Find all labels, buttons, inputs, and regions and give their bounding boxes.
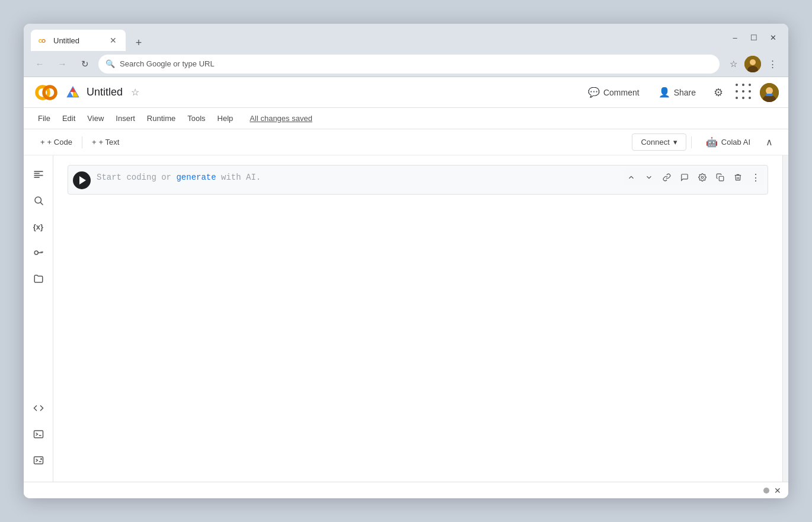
tab-title: Untitled: [53, 36, 79, 45]
apps-grid-icon: [734, 82, 755, 103]
share-button[interactable]: 👤 Share: [651, 83, 703, 101]
cell-comment-button[interactable]: [676, 169, 693, 186]
new-tab-button[interactable]: +: [130, 34, 147, 51]
sidebar-bottom: [27, 396, 50, 482]
nav-user-avatar[interactable]: [744, 56, 761, 72]
comment-label: Comment: [603, 88, 640, 97]
close-button[interactable]: ✕: [765, 29, 781, 46]
share-icon: 👤: [658, 87, 670, 98]
collapse-button[interactable]: ∧: [760, 133, 779, 152]
svg-point-31: [701, 176, 704, 179]
code-area[interactable]: ⋮ Start coding or generate with AI.: [53, 155, 782, 482]
menu-runtime[interactable]: Runtime: [142, 112, 180, 125]
placeholder-text-after: with AI.: [216, 173, 261, 182]
comment-button[interactable]: 💬 Comment: [581, 83, 647, 101]
connect-label: Connect: [641, 138, 669, 147]
cell-move-down-button[interactable]: [641, 169, 657, 186]
cell-more-button[interactable]: ⋮: [747, 169, 764, 186]
terminal-icon: [33, 429, 44, 440]
browser-window: C O Untitled ✕ + – ☐ ✕ ← → ↻ 🔍 Search Go…: [24, 24, 788, 498]
code-cell: ⋮ Start coding or generate with AI.: [68, 165, 768, 195]
add-text-button[interactable]: + + Text: [85, 134, 126, 150]
changes-saved-status[interactable]: All changes saved: [245, 112, 317, 125]
cell-delete-button[interactable]: [730, 169, 746, 186]
sidebar-item-files[interactable]: [27, 267, 50, 291]
cell-toolbar: ⋮: [623, 169, 764, 186]
menu-view[interactable]: View: [82, 112, 108, 125]
forward-button[interactable]: →: [53, 55, 71, 73]
user-avatar[interactable]: [760, 83, 779, 102]
sidebar-item-secrets[interactable]: [27, 241, 50, 265]
menu-insert[interactable]: Insert: [111, 112, 140, 125]
sidebar-item-search[interactable]: [27, 189, 50, 212]
svg-point-3: [750, 59, 756, 65]
run-cell-button[interactable]: [73, 171, 91, 189]
scrollbar[interactable]: [782, 155, 788, 482]
window-controls: – ☐ ✕: [727, 29, 781, 46]
bottom-close-button[interactable]: ✕: [774, 486, 781, 495]
svg-rect-28: [34, 457, 43, 464]
browser-tab[interactable]: C O Untitled ✕: [31, 30, 126, 51]
sidebar: {x}: [24, 155, 53, 482]
svg-point-30: [40, 458, 42, 460]
files-icon: [33, 273, 44, 284]
svg-line-21: [40, 202, 43, 205]
apps-button[interactable]: [734, 82, 755, 103]
menu-file[interactable]: File: [33, 112, 55, 125]
add-code-button[interactable]: + + Code: [33, 134, 79, 150]
address-bar[interactable]: 🔍 Search Google or type URL: [98, 55, 720, 74]
add-text-label: + Text: [98, 138, 119, 147]
back-button[interactable]: ←: [31, 55, 49, 73]
generate-link[interactable]: generate: [176, 173, 216, 182]
tab-area: C O Untitled ✕ +: [31, 24, 720, 51]
toolbar-divider-2: [691, 136, 692, 148]
colab-logo: [33, 79, 59, 106]
secrets-icon: [33, 247, 44, 258]
tab-close-button[interactable]: ✕: [108, 35, 119, 46]
menu-tools[interactable]: Tools: [183, 112, 210, 125]
address-text: Search Google or type URL: [120, 59, 215, 68]
placeholder-text-before: Start coding or: [97, 173, 176, 182]
reload-button[interactable]: ↻: [76, 55, 94, 73]
sidebar-item-variables[interactable]: {x}: [27, 215, 50, 238]
shell-icon: [33, 455, 44, 466]
search-icon: [33, 195, 44, 206]
code-cell-placeholder[interactable]: Start coding or generate with AI.: [97, 170, 261, 182]
toc-icon: [33, 168, 44, 180]
sidebar-item-terminal[interactable]: [27, 422, 50, 446]
notebook-title[interactable]: Untitled: [87, 86, 123, 98]
cell-copy-button[interactable]: [712, 169, 728, 186]
more-icon: ⋮: [751, 172, 760, 183]
add-code-label: + Code: [47, 138, 72, 147]
header-actions: 💬 Comment 👤 Share ⚙: [581, 82, 779, 103]
colab-ai-label: Colab AI: [721, 138, 750, 147]
svg-point-13: [766, 87, 773, 94]
drive-icon: [66, 86, 79, 99]
maximize-button[interactable]: ☐: [746, 29, 762, 46]
cell-move-up-button[interactable]: [623, 169, 640, 186]
cell-settings-button[interactable]: [694, 169, 711, 186]
bottom-bar: ✕: [24, 482, 788, 498]
svg-rect-26: [34, 431, 43, 438]
svg-point-20: [35, 197, 41, 203]
title-bar: C O Untitled ✕ + – ☐ ✕: [24, 24, 788, 51]
sidebar-item-toc[interactable]: [27, 163, 50, 186]
svg-text:O: O: [41, 38, 46, 44]
sidebar-item-shell[interactable]: [27, 448, 50, 472]
settings-button[interactable]: ⚙: [708, 82, 729, 103]
address-search-icon: 🔍: [106, 59, 115, 68]
menu-help[interactable]: Help: [213, 112, 238, 125]
menu-button[interactable]: ⋮: [763, 55, 781, 73]
comment-icon: 💬: [588, 87, 600, 98]
colab-logo-svg: [34, 81, 58, 104]
minimize-button[interactable]: –: [727, 29, 743, 46]
menu-bar: File Edit View Insert Runtime Tools Help…: [24, 108, 788, 129]
menu-edit[interactable]: Edit: [57, 112, 80, 125]
variables-icon: {x}: [33, 222, 43, 231]
star-button[interactable]: ☆: [131, 87, 139, 98]
cell-link-button[interactable]: [658, 169, 675, 186]
sidebar-item-code-snippets[interactable]: [27, 396, 50, 420]
bookmark-button[interactable]: ☆: [724, 55, 742, 73]
connect-button[interactable]: Connect ▾: [632, 133, 686, 151]
colab-ai-button[interactable]: 🤖 Colab AI: [699, 133, 757, 151]
